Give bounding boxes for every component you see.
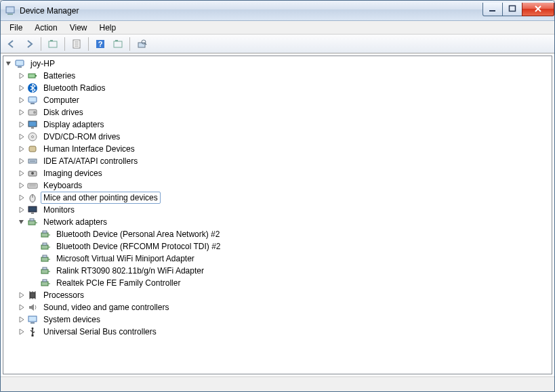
svg-rect-12 — [114, 41, 122, 47]
tree-item-label[interactable]: Keyboards — [41, 179, 85, 192]
tree-item-label[interactable]: Bluetooth Device (Personal Area Network)… — [54, 228, 222, 240]
forward-button[interactable] — [21, 36, 37, 52]
svg-rect-51 — [41, 257, 48, 261]
update-driver-button[interactable] — [133, 36, 150, 52]
svg-rect-13 — [115, 40, 118, 41]
tree-item[interactable]: Universal Serial Bus controllers — [3, 326, 552, 338]
expand-icon[interactable] — [16, 168, 27, 179]
tree-item[interactable]: Imaging devices — [3, 167, 552, 179]
hid-icon — [27, 144, 38, 154]
expand-icon[interactable] — [16, 131, 27, 142]
tree-item[interactable]: Microsoft Virtual WiFi Miniport Adapter — [3, 253, 552, 265]
expand-icon[interactable] — [16, 83, 27, 93]
menu-view[interactable]: View — [64, 22, 94, 33]
tree-item-label[interactable]: Monitors — [41, 204, 77, 216]
network-icon — [27, 217, 38, 227]
expand-icon[interactable] — [16, 290, 27, 301]
expand-icon[interactable] — [16, 107, 27, 118]
expand-icon[interactable] — [16, 314, 27, 325]
tree-item[interactable]: Batteries — [3, 70, 552, 82]
tree-item[interactable]: Bluetooth Device (Personal Area Network)… — [3, 228, 552, 240]
window-buttons — [483, 3, 554, 16]
tree-item[interactable]: IDE ATA/ATAPI controllers — [3, 155, 552, 167]
device-tree[interactable]: joy-HPBatteriesBluetooth RadiosComputerD… — [3, 58, 552, 338]
tree-item-label[interactable]: Processors — [41, 289, 87, 301]
collapse-icon[interactable] — [3, 58, 14, 69]
tree-item-label[interactable]: System devices — [41, 313, 103, 326]
tree-item-label[interactable]: IDE ATA/ATAPI controllers — [41, 155, 140, 167]
tree-item[interactable]: Network adapters — [3, 216, 552, 228]
tree-item-label[interactable]: Mice and other pointing devices — [41, 192, 161, 204]
title-bar[interactable]: Device Manager — [1, 1, 554, 21]
tree-item-label[interactable]: Realtek PCIe FE Family Controller — [54, 277, 183, 289]
expand-icon[interactable] — [16, 144, 27, 154]
expand-icon[interactable] — [16, 326, 27, 337]
tree-item-label[interactable]: Sound, video and game controllers — [41, 301, 171, 313]
tree-item[interactable]: Realtek PCIe FE Family Controller — [3, 277, 552, 289]
maximize-button[interactable] — [502, 3, 522, 16]
tree-item[interactable]: Bluetooth Device (RFCOMM Protocol TDI) #… — [3, 240, 552, 253]
tree-item[interactable]: Human Interface Devices — [3, 143, 552, 155]
bluetooth-icon — [27, 83, 38, 93]
tree-item[interactable]: System devices — [3, 313, 552, 326]
tree-item-label[interactable]: Disk drives — [41, 106, 86, 118]
svg-rect-4 — [49, 41, 57, 47]
menu-action[interactable]: Action — [28, 22, 63, 33]
tree-item-label[interactable]: Bluetooth Radios — [41, 82, 108, 94]
netcard-icon — [40, 253, 51, 264]
back-button[interactable] — [3, 36, 20, 52]
tree-item-label[interactable]: Imaging devices — [41, 167, 105, 179]
menu-help[interactable]: Help — [94, 22, 123, 33]
help-button[interactable]: ? — [92, 36, 108, 52]
expand-icon — [29, 229, 40, 240]
expand-icon[interactable] — [16, 204, 27, 215]
scan-hardware-button[interactable] — [110, 36, 126, 52]
tree-item-label[interactable]: Microsoft Virtual WiFi Miniport Adapter — [54, 253, 197, 265]
tree-item[interactable]: Keyboards — [3, 179, 552, 192]
window-frame: Device Manager File Action View Help — [0, 0, 555, 392]
tree-item-label[interactable]: Bluetooth Device (RFCOMM Protocol TDI) #… — [54, 240, 224, 253]
tree-item-label[interactable]: Human Interface Devices — [41, 143, 138, 155]
tree-item[interactable]: Processors — [3, 289, 552, 301]
tree-item[interactable]: DVD/CD-ROM drives — [3, 131, 552, 143]
expand-icon — [29, 265, 40, 276]
tree-item[interactable]: Ralink RT3090 802.11b/g/n WiFi Adapter — [3, 265, 552, 277]
svg-rect-17 — [16, 60, 24, 66]
properties-button[interactable] — [68, 36, 85, 52]
tree-item[interactable]: joy-HP — [3, 58, 552, 70]
tree-item-label[interactable]: Ralink RT3090 802.11b/g/n WiFi Adapter — [54, 265, 207, 277]
tree-item-label[interactable]: Network adapters — [41, 216, 110, 228]
expand-icon[interactable] — [16, 70, 27, 81]
svg-rect-43 — [30, 219, 34, 221]
expand-icon[interactable] — [16, 302, 27, 313]
menu-file[interactable]: File — [3, 22, 28, 33]
expand-icon[interactable] — [16, 119, 27, 130]
tree-item[interactable]: Display adapters — [3, 118, 552, 131]
tree-item-label[interactable]: Batteries — [41, 70, 78, 82]
tree-item[interactable]: Mice and other pointing devices — [3, 192, 552, 204]
collapse-icon[interactable] — [16, 217, 27, 227]
tree-item-label[interactable]: Display adapters — [41, 118, 106, 131]
tree-item-label[interactable]: joy-HP — [28, 58, 58, 70]
expand-icon[interactable] — [16, 180, 27, 191]
svg-rect-19 — [28, 74, 35, 78]
tree-item-label[interactable]: DVD/CD-ROM drives — [41, 131, 123, 143]
minimize-button[interactable] — [482, 3, 503, 16]
expand-icon[interactable] — [16, 156, 27, 167]
tree-item[interactable]: Computer — [3, 94, 552, 106]
tree-item-label[interactable]: Computer — [41, 94, 82, 106]
show-hidden-button[interactable] — [45, 36, 61, 52]
tree-item[interactable]: Disk drives — [3, 106, 552, 118]
tree-item[interactable]: Sound, video and game controllers — [3, 301, 552, 313]
tree-item[interactable]: Bluetooth Radios — [3, 82, 552, 94]
app-icon — [5, 5, 16, 16]
tree-panel[interactable]: joy-HPBatteriesBluetooth RadiosComputerD… — [3, 56, 552, 374]
imaging-icon — [27, 168, 38, 179]
expand-icon[interactable] — [16, 192, 27, 203]
expand-icon[interactable] — [16, 95, 27, 106]
monitor-icon — [27, 204, 38, 215]
close-button[interactable] — [522, 3, 554, 16]
tree-item-label[interactable]: Universal Serial Bus controllers — [41, 326, 159, 338]
svg-rect-40 — [28, 206, 37, 212]
tree-item[interactable]: Monitors — [3, 204, 552, 216]
